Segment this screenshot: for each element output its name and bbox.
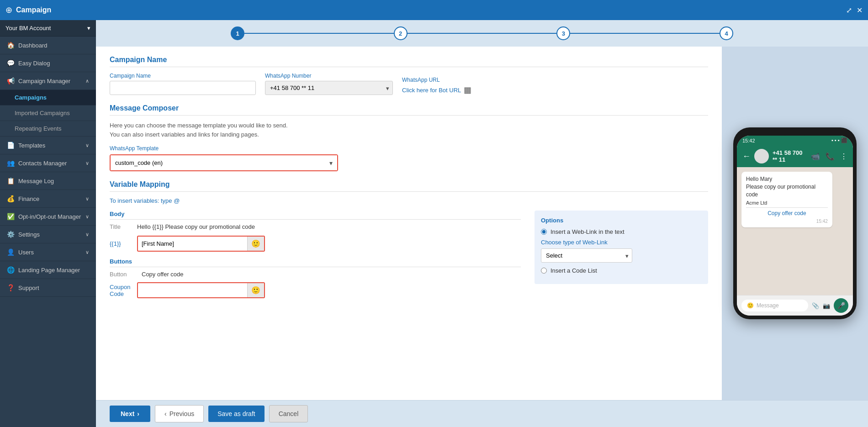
whatsapp-url-group: WhatsApp URL Click here for Bot URL ▦ xyxy=(402,77,539,95)
next-arrow-icon: › xyxy=(137,410,139,417)
account-header[interactable]: Your BM Account ▾ xyxy=(0,20,96,37)
campaign-name-section: Campaign Name Campaign Name WhatsApp Num… xyxy=(110,56,708,95)
bottom-bar: Next › ‹ Previous Save as draft Cancel xyxy=(96,400,868,427)
sidebar-label-imported-campaigns: Imported Campaigns xyxy=(15,110,70,116)
sidebar-item-opt-in-out[interactable]: ✅ Opt-in/Opt-out Manager ∨ xyxy=(0,208,96,226)
template-select-wrapper: custom_code (en) ▾ xyxy=(110,154,338,171)
weblink-label: Choose type of Web-Link xyxy=(541,239,702,246)
sidebar-item-repeating-events[interactable]: Repeating Events xyxy=(0,121,96,137)
account-label: Your BM Account xyxy=(5,25,51,32)
variable-mapping-title: Variable Mapping xyxy=(110,180,708,192)
previous-button[interactable]: ‹ Previous xyxy=(155,405,204,422)
opt-in-out-icon: ✅ xyxy=(7,213,15,220)
step-line-2-3 xyxy=(408,33,557,34)
contacts-chevron: ∨ xyxy=(85,160,89,166)
weblink-select[interactable]: Select Option 1 Option 2 xyxy=(541,248,632,263)
variable-input[interactable] xyxy=(138,237,247,250)
phone-signal-icons: ▪ ▪ ▪ ⬛ xyxy=(831,137,847,143)
variable-input-wrapper: 🙂 xyxy=(137,236,265,252)
smiley-icon: 🙂 xyxy=(747,302,754,309)
option-row-1: Insert a Web-Link in the text xyxy=(541,228,702,235)
progress-steps: 1 2 3 4 xyxy=(231,26,733,40)
sidebar-item-templates[interactable]: 📄 Templates ∨ xyxy=(0,137,96,154)
opt-in-out-chevron: ∨ xyxy=(85,214,89,220)
whatsapp-number-select[interactable]: +41 58 700 ** 11 xyxy=(265,81,393,95)
coupon-label: Coupon Code xyxy=(110,284,132,297)
variable-mapping-section: Variable Mapping To insert variables: ty… xyxy=(110,180,708,303)
phone-input-field[interactable]: 🙂 Message xyxy=(741,300,808,311)
whatsapp-url-label: WhatsApp URL xyxy=(402,77,539,83)
option-label-codelist: Insert a Code List xyxy=(550,267,597,274)
coupon-input-wrapper: 🙂 xyxy=(137,282,265,298)
coupon-emoji-button[interactable]: 🙂 xyxy=(247,283,264,297)
phone-notch xyxy=(781,131,809,136)
copy-offer-btn[interactable]: Copy offer code xyxy=(746,207,828,219)
next-button[interactable]: Next › xyxy=(110,406,150,422)
chat-bubble: Hello MaryPlease copy our promotional co… xyxy=(741,172,832,227)
sidebar-item-imported-campaigns[interactable]: Imported Campaigns xyxy=(0,105,96,121)
sidebar-item-campaign-manager[interactable]: 📢 Campaign Manager ∧ xyxy=(0,72,96,90)
templates-icon: 📄 xyxy=(7,142,15,149)
sidebar-item-support[interactable]: ❓ Support xyxy=(0,279,96,297)
button-label: Button xyxy=(110,271,137,278)
message-log-icon: 📋 xyxy=(7,177,15,185)
phone-avatar xyxy=(754,149,769,163)
sidebar-item-finance[interactable]: 💰 Finance ∨ xyxy=(0,190,96,208)
save-draft-button[interactable]: Save as draft xyxy=(208,406,265,422)
phone-back-button[interactable]: ← xyxy=(742,152,751,161)
phone-mic-button[interactable]: 🎤 xyxy=(834,298,848,313)
coupon-input[interactable] xyxy=(138,284,247,297)
sidebar-item-settings[interactable]: ⚙️ Settings ∨ xyxy=(0,226,96,243)
phone-call-icon[interactable]: 📞 xyxy=(826,152,835,161)
phone-menu-icon[interactable]: ⋮ xyxy=(840,152,847,161)
phone-attach-icon[interactable]: 📎 xyxy=(812,302,819,309)
phone-contact-name: +41 58 700 ** 11 xyxy=(773,149,807,163)
sidebar-label-landing-page: Landing Page Manager xyxy=(18,267,80,274)
step-line-1-2 xyxy=(244,33,394,34)
sidebar-item-landing-page[interactable]: 🌐 Landing Page Manager xyxy=(0,261,96,279)
sidebar-label-repeating-events: Repeating Events xyxy=(15,125,62,132)
sidebar-label-templates: Templates xyxy=(18,142,45,149)
variable-emoji-button[interactable]: 🙂 xyxy=(247,237,264,251)
dashboard-icon: 🏠 xyxy=(7,42,15,49)
finance-icon: 💰 xyxy=(7,195,15,202)
buttons-label: Buttons xyxy=(110,258,521,267)
weblink-select-wrapper: Select Option 1 Option 2 ▾ xyxy=(541,248,632,263)
expand-button[interactable]: ⤢ xyxy=(846,6,852,15)
option-radio-codelist[interactable] xyxy=(541,268,547,274)
templates-chevron: ∨ xyxy=(85,142,89,148)
phone-frame: 15:42 ▪ ▪ ▪ ⬛ ← +41 58 700 ** 11 📹 � xyxy=(733,127,857,319)
campaign-name-title: Campaign Name xyxy=(110,56,708,67)
sidebar-label-finance: Finance xyxy=(18,195,39,202)
options-title: Options xyxy=(541,217,702,224)
sidebar-item-campaigns[interactable]: Campaigns xyxy=(0,90,96,105)
close-button[interactable]: ✕ xyxy=(857,6,863,15)
sidebar-label-dashboard: Dashboard xyxy=(18,42,48,49)
sidebar-item-dashboard[interactable]: 🏠 Dashboard xyxy=(0,37,96,54)
phone-video-icon[interactable]: 📹 xyxy=(811,152,820,161)
phone-camera-icon[interactable]: 📷 xyxy=(823,302,830,309)
step-2: 2 xyxy=(394,26,408,40)
bubble-text: Hello MaryPlease copy our promotional co… xyxy=(746,175,828,198)
phone-screen: 15:42 ▪ ▪ ▪ ⬛ ← +41 58 700 ** 11 📹 � xyxy=(737,136,853,316)
option-radio-weblink[interactable] xyxy=(541,229,547,235)
contacts-icon: 👥 xyxy=(7,159,15,167)
sidebar-item-message-log[interactable]: 📋 Message Log xyxy=(0,172,96,190)
campaign-name-input[interactable] xyxy=(110,81,256,95)
whatsapp-url-link[interactable]: Click here for Bot URL ▦ xyxy=(402,85,539,95)
sidebar-item-users[interactable]: 👤 Users ∨ xyxy=(0,243,96,261)
cancel-button[interactable]: Cancel xyxy=(269,405,308,422)
mapping-left: Body Title Hello {{1}} Please copy our p… xyxy=(110,211,521,303)
template-select[interactable]: custom_code (en) xyxy=(111,155,337,170)
support-icon: ❓ xyxy=(7,284,15,291)
settings-icon: ⚙️ xyxy=(7,231,15,238)
sidebar-label-easy-dialog: Easy Dialog xyxy=(18,60,50,67)
sidebar-item-contacts-manager[interactable]: 👥 Contacts Manager ∨ xyxy=(0,154,96,172)
campaign-name-label: Campaign Name xyxy=(110,73,256,79)
message-composer-desc: Here you can choose the message template… xyxy=(110,121,708,139)
campaign-name-group: Campaign Name xyxy=(110,73,256,95)
step-line-3-4 xyxy=(570,33,720,34)
sidebar-item-easy-dialog[interactable]: 💬 Easy Dialog xyxy=(0,54,96,72)
step-4: 4 xyxy=(720,26,733,40)
sidebar-label-campaigns: Campaigns xyxy=(15,94,47,101)
